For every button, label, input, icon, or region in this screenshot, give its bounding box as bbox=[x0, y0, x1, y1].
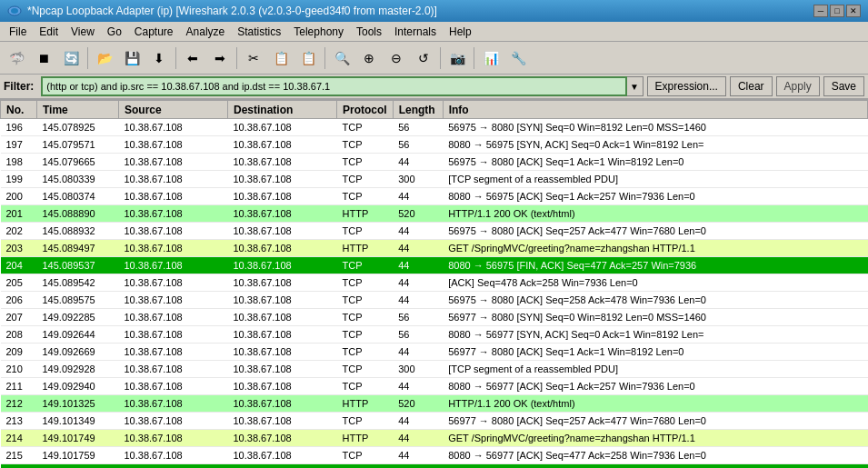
maximize-btn[interactable]: □ bbox=[830, 5, 844, 17]
table-cell: 56 bbox=[393, 136, 443, 154]
back-btn[interactable]: ⬅ bbox=[180, 45, 205, 71]
menu-item-analyze[interactable]: Analyze bbox=[181, 24, 231, 40]
table-cell: 212 bbox=[1, 395, 37, 413]
table-cell: [ACK] Seq=478 Ack=258 Win=7936 Len=0 bbox=[443, 274, 867, 292]
cut-btn[interactable]: ✂ bbox=[241, 45, 266, 71]
table-cell: 10.38.67.108 bbox=[119, 447, 228, 464]
table-cell: 208 bbox=[1, 326, 37, 344]
table-cell: 145.079571 bbox=[37, 136, 119, 154]
start-capture-btn[interactable]: 🦈 bbox=[4, 45, 29, 71]
paste-btn[interactable]: 📋 bbox=[295, 45, 321, 71]
restart-capture-btn[interactable]: 🔄 bbox=[58, 45, 84, 71]
save-btn[interactable]: Save bbox=[823, 76, 864, 96]
table-row[interactable]: 197145.07957110.38.67.10810.38.67.108TCP… bbox=[1, 136, 868, 154]
graph-btn[interactable]: 📊 bbox=[478, 45, 504, 71]
copy-btn[interactable]: 📋 bbox=[268, 45, 294, 71]
filter-label: Filter: bbox=[4, 80, 37, 93]
table-cell: TCP bbox=[337, 447, 394, 464]
table-row[interactable]: 206145.08957510.38.67.10810.38.67.108TCP… bbox=[1, 292, 868, 309]
col-header-src[interactable]: Source bbox=[119, 101, 228, 119]
table-row[interactable]: 209149.09266910.38.67.10810.38.67.108TCP… bbox=[1, 344, 868, 361]
menu-item-tools[interactable]: Tools bbox=[351, 24, 387, 40]
table-row[interactable]: 198145.07966510.38.67.10810.38.67.108TCP… bbox=[1, 154, 868, 171]
table-row[interactable]: 196145.07892510.38.67.10810.38.67.108TCP… bbox=[1, 119, 868, 136]
close-file-btn[interactable]: ⬇ bbox=[146, 45, 172, 71]
table-row[interactable]: 215149.10175910.38.67.10810.38.67.108TCP… bbox=[1, 447, 868, 464]
menu-item-capture[interactable]: Capture bbox=[129, 24, 179, 40]
forward-btn[interactable]: ➡ bbox=[207, 45, 233, 71]
table-row[interactable]: 207149.09228510.38.67.10810.38.67.108TCP… bbox=[1, 309, 868, 326]
menu-item-go[interactable]: Go bbox=[102, 24, 127, 40]
packet-table: No. Time Source Destination Protocol Len… bbox=[0, 100, 868, 468]
menu-item-telephony[interactable]: Telephony bbox=[288, 24, 349, 40]
close-btn[interactable]: ✕ bbox=[846, 5, 861, 17]
open-file-btn[interactable]: 📂 bbox=[92, 45, 117, 71]
table-row[interactable]: 213149.10134910.38.67.10810.38.67.108TCP… bbox=[1, 413, 868, 430]
table-cell: TCP bbox=[337, 344, 394, 361]
table-cell: TCP bbox=[337, 292, 394, 309]
stop-capture-btn[interactable]: ⏹ bbox=[31, 45, 56, 71]
table-cell: [TCP segment of a reassembled PDU] bbox=[443, 171, 867, 188]
menu-item-statistics[interactable]: Statistics bbox=[232, 24, 286, 40]
find-btn[interactable]: 🔍 bbox=[329, 45, 354, 71]
filter-input[interactable] bbox=[41, 76, 626, 96]
table-row[interactable]: 200145.08037410.38.67.10810.38.67.108TCP… bbox=[1, 188, 868, 205]
zoom-reset-btn[interactable]: ↺ bbox=[411, 45, 436, 71]
col-header-len[interactable]: Length bbox=[393, 101, 443, 119]
expression-btn[interactable]: Expression... bbox=[647, 76, 726, 96]
table-cell: 44 bbox=[393, 257, 443, 274]
menu-item-edit[interactable]: Edit bbox=[34, 24, 64, 40]
table-row[interactable]: 214149.10174910.38.67.10810.38.67.108HTT… bbox=[1, 430, 868, 447]
table-row[interactable]: 201145.08889010.38.67.10810.38.67.108HTT… bbox=[1, 205, 868, 223]
menu-item-view[interactable]: View bbox=[65, 24, 100, 40]
filter-dropdown-btn[interactable]: ▼ bbox=[627, 76, 644, 96]
table-cell: 8080 → 56977 [ACK] Seq=477 Ack=258 Win=7… bbox=[443, 447, 867, 464]
zoom-out-btn[interactable]: ⊖ bbox=[384, 45, 409, 71]
minimize-btn[interactable]: ─ bbox=[813, 5, 828, 17]
table-cell: 56975 → 8080 [ACK] Seq=257 Ack=477 Win=7… bbox=[443, 223, 867, 240]
table-row[interactable]: 212149.10132510.38.67.10810.38.67.108HTT… bbox=[1, 395, 868, 413]
title-text: *Npcap Loopback Adapter (ip) [Wireshark … bbox=[27, 5, 437, 17]
table-cell: 10.38.67.108 bbox=[228, 378, 337, 395]
colorize-btn[interactable]: 📷 bbox=[444, 45, 470, 71]
table-row[interactable]: 199145.08033910.38.67.10810.38.67.108TCP… bbox=[1, 171, 868, 188]
col-header-proto[interactable]: Protocol bbox=[337, 101, 394, 119]
table-cell: 199 bbox=[1, 171, 37, 188]
table-row[interactable]: 205145.08954210.38.67.10810.38.67.108TCP… bbox=[1, 274, 868, 292]
table-cell: 10.38.67.108 bbox=[119, 223, 228, 240]
table-row[interactable]: 202145.08893210.38.67.10810.38.67.108TCP… bbox=[1, 223, 868, 240]
table-cell: 10.38.67.108 bbox=[119, 326, 228, 344]
toolbar-separator bbox=[440, 47, 441, 69]
table-row[interactable]: 204145.08953710.38.67.10810.38.67.108TCP… bbox=[1, 257, 868, 274]
table-cell: 10.38.67.108 bbox=[228, 188, 337, 205]
table-cell: 10.38.67.108 bbox=[228, 292, 337, 309]
packet-list[interactable]: No. Time Source Destination Protocol Len… bbox=[0, 100, 868, 468]
table-cell: 145.088890 bbox=[37, 205, 119, 223]
preferences-btn[interactable]: 🔧 bbox=[505, 45, 531, 71]
menu-item-help[interactable]: Help bbox=[444, 24, 477, 40]
table-cell: 211 bbox=[1, 378, 37, 395]
table-cell: GET /SpringMVC/greeting?name=zhangshan H… bbox=[443, 240, 867, 257]
table-row[interactable]: 210149.09292810.38.67.10810.38.67.108TCP… bbox=[1, 361, 868, 378]
table-cell: 149.101349 bbox=[37, 413, 119, 430]
toolbar-separator bbox=[474, 47, 474, 69]
table-row[interactable]: 211149.09294010.38.67.10810.38.67.108TCP… bbox=[1, 378, 868, 395]
clear-btn[interactable]: Clear bbox=[730, 76, 773, 96]
col-header-dst[interactable]: Destination bbox=[228, 101, 337, 119]
table-row[interactable]: 216149.10322210.38.67.10810.38.67.108TCP… bbox=[1, 464, 868, 469]
menu-item-internals[interactable]: Internals bbox=[389, 24, 442, 40]
table-cell: 198 bbox=[1, 154, 37, 171]
table-row[interactable]: 208149.09264410.38.67.10810.38.67.108TCP… bbox=[1, 326, 868, 344]
apply-btn[interactable]: Apply bbox=[776, 76, 820, 96]
col-header-time[interactable]: Time bbox=[37, 101, 119, 119]
save-file-btn[interactable]: 💾 bbox=[119, 45, 145, 71]
zoom-in-btn[interactable]: ⊕ bbox=[356, 45, 382, 71]
table-cell: 10.38.67.108 bbox=[228, 257, 337, 274]
col-header-no[interactable]: No. bbox=[1, 101, 37, 119]
table-row[interactable]: 203145.08949710.38.67.10810.38.67.108HTT… bbox=[1, 240, 868, 257]
table-cell: 215 bbox=[1, 447, 37, 464]
table-cell: 10.38.67.108 bbox=[228, 154, 337, 171]
table-cell: HTTP bbox=[337, 205, 394, 223]
col-header-info[interactable]: Info bbox=[443, 101, 867, 119]
menu-item-file[interactable]: File bbox=[4, 24, 32, 40]
